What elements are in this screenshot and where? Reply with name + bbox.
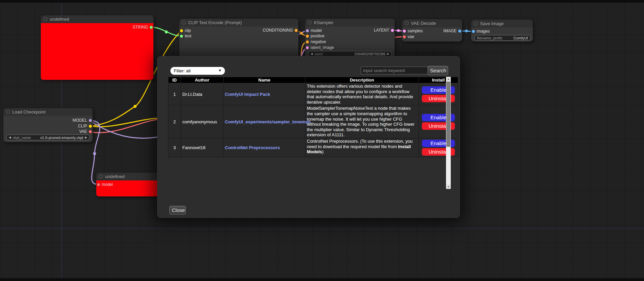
collapse-dot-icon[interactable] — [44, 17, 47, 21]
output-slot-image: IMAGE — [443, 28, 461, 34]
extension-table-zone: ID Author Name Description Install 1Dr.L… — [168, 77, 451, 189]
output-slot-latent: LATENT — [374, 28, 394, 33]
extension-id: 1 — [168, 83, 181, 105]
extension-id: 2 — [168, 105, 181, 138]
node-header[interactable]: CLIP Text Encode (Prompt) — [179, 19, 298, 27]
extension-install-cell: EnableUninstall — [419, 138, 458, 157]
slot-dot[interactable] — [295, 29, 298, 32]
wire-dot — [165, 31, 168, 34]
collapse-dot-icon[interactable] — [474, 22, 478, 25]
scrollbar-up-icon[interactable]: ▲ — [446, 77, 451, 81]
input-slot-negative: negative — [306, 39, 326, 45]
node-header[interactable]: undefined — [41, 15, 153, 23]
extension-author: Dr.Lt.Data — [181, 83, 224, 105]
input-slot-images: images — [472, 29, 490, 34]
scrollbar-thumb[interactable] — [446, 82, 450, 147]
search-button[interactable]: Search — [428, 66, 448, 75]
bottom-edge-bar — [0, 278, 644, 281]
widget-next-icon[interactable]: ▶ — [85, 136, 87, 139]
widget-next-icon[interactable]: ▶ — [387, 53, 389, 55]
search-input[interactable] — [361, 67, 429, 74]
node-header[interactable]: Load Checkpoint — [3, 108, 93, 116]
extension-row: 3Fannovel16ControlNet PreprocessorsContr… — [168, 138, 458, 157]
manager-dialog: Filter: all ▼ Search ID Author Name Desc… — [157, 56, 460, 218]
collapse-dot-icon[interactable] — [308, 21, 312, 24]
extension-name-cell: ComfyUI Impact Pack — [224, 83, 306, 105]
slot-dot[interactable] — [89, 125, 92, 128]
slot-dot[interactable] — [458, 30, 461, 33]
wire-dot — [134, 105, 137, 108]
column-header-description: Description — [306, 77, 419, 83]
node-vae-decode[interactable]: VAE Decode samples vae IMAGE — [402, 19, 462, 41]
node-title: undefined — [50, 17, 69, 22]
extension-link[interactable]: ComfyUI_experiments/sampler_tonemap — [225, 119, 311, 124]
slot-dot[interactable] — [150, 26, 153, 29]
input-slot-text: text — [180, 33, 191, 39]
node-header[interactable]: VAE Decode — [402, 19, 462, 27]
node-load-checkpoint[interactable]: Load Checkpoint MODEL CLIP VAE ◀ ckpt_na… — [3, 108, 93, 142]
wire-dot — [93, 152, 96, 155]
top-edge-bar — [0, 0, 644, 3]
extension-install-cell: EnableUninstall — [419, 83, 458, 105]
scrollbar-down-icon[interactable]: ▼ — [446, 185, 451, 189]
slot-dot[interactable] — [472, 30, 475, 33]
node-header[interactable]: Save Image — [471, 20, 533, 28]
slot-dot[interactable] — [97, 183, 100, 186]
extension-name-cell: ControlNet Preprocessors — [224, 138, 306, 157]
slot-dot[interactable] — [403, 35, 406, 38]
slot-dot[interactable] — [89, 130, 92, 133]
extension-link[interactable]: ComfyUI Impact Pack — [225, 92, 270, 97]
extension-row: 2comfyanonymousComfyUI_experiments/sampl… — [168, 105, 458, 138]
slot-dot[interactable] — [403, 30, 406, 33]
slot-dot[interactable] — [306, 35, 309, 38]
extension-row: 1Dr.Lt.DataComfyUI Impact PackThis exten… — [168, 83, 458, 105]
filter-select-wrap: Filter: all ▼ — [170, 67, 225, 75]
extension-author: Fannovel16 — [181, 138, 224, 157]
slot-dot[interactable] — [180, 29, 183, 32]
slot-dot[interactable] — [180, 35, 183, 38]
wire-dot — [397, 29, 400, 32]
output-slot-string: STRING — [133, 24, 153, 30]
scrollbar[interactable]: ▲ ▼ — [446, 77, 451, 189]
slot-dot[interactable] — [391, 29, 394, 32]
column-header-name: Name — [224, 77, 306, 83]
node-title: undefined — [105, 174, 125, 179]
column-header-id: ID — [168, 77, 181, 83]
input-slot-clip: clip — [180, 28, 191, 33]
input-slot-positive: positive — [306, 33, 325, 39]
ckpt-name-widget[interactable]: ◀ ckpt_name v1-5-pruned-emaonly.ckpt ▶ — [6, 135, 90, 140]
node-title: Save Image — [480, 21, 503, 26]
widget-prev-icon[interactable]: ◀ — [9, 136, 11, 139]
output-slot-model: MODEL — [72, 118, 92, 123]
slot-dot[interactable] — [306, 29, 309, 32]
node-header[interactable]: KSampler — [305, 19, 395, 27]
slot-dot[interactable] — [306, 46, 309, 49]
node-title: KSampler — [314, 20, 333, 25]
wire-dot — [465, 30, 468, 32]
extension-link[interactable]: ControlNet Preprocessors — [225, 145, 280, 150]
slot-dot[interactable] — [89, 119, 92, 122]
collapse-dot-icon[interactable] — [405, 21, 409, 25]
extension-id: 3 — [168, 138, 181, 157]
node-error-body — [41, 23, 153, 80]
output-slot-vae: VAE — [79, 129, 92, 134]
node-graph-canvas[interactable]: undefined STRING CLIP Text Encode (Promp… — [0, 0, 644, 281]
filename-prefix-widget[interactable]: filename_prefix ComfyUI — [474, 35, 531, 41]
column-header-author: Author — [181, 77, 224, 83]
extension-name-cell: ComfyUI_experiments/sampler_tonemap — [224, 105, 306, 138]
node-title: VAE Decode — [411, 21, 436, 26]
close-button[interactable]: Close — [169, 206, 186, 214]
extension-description: This extension offers various detector n… — [306, 83, 419, 105]
extension-author: comfyanonymous — [181, 105, 224, 138]
filter-select[interactable]: Filter: all — [170, 67, 225, 75]
node-save-image[interactable]: Save Image images filename_prefix ComfyU… — [471, 20, 533, 41]
extension-description: ControlNet Preprocessors. (To use this e… — [306, 138, 419, 157]
widget-prev-icon[interactable]: ◀ — [311, 53, 313, 55]
collapse-dot-icon[interactable] — [6, 110, 10, 114]
node-undefined-top[interactable]: undefined STRING — [41, 15, 153, 80]
extension-description: ModelSamplerTonemapNoiseTest a node that… — [306, 105, 419, 138]
collapse-dot-icon[interactable] — [182, 21, 186, 24]
input-slot-samples: samples — [403, 28, 423, 34]
collapse-dot-icon[interactable] — [99, 175, 103, 178]
slot-dot[interactable] — [306, 40, 309, 43]
